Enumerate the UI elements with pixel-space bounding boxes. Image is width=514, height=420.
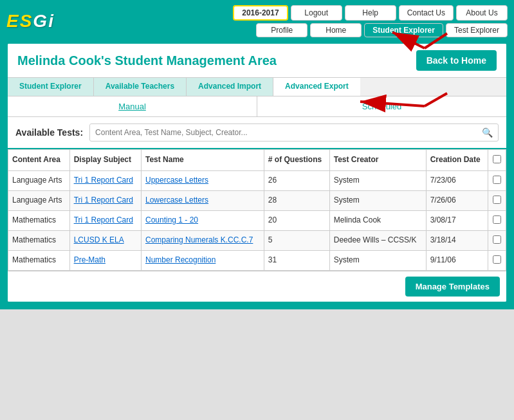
logo: ESGi xyxy=(6,11,55,32)
about-us-button[interactable]: About Us xyxy=(456,5,508,21)
tab-student-explorer[interactable]: Student Explorer xyxy=(8,78,94,96)
table-row: Language ArtsTri 1 Report CardUppercase … xyxy=(8,171,506,191)
page-title: Melinda Cook's Student Management Area xyxy=(17,53,277,68)
col-content-area: Content Area xyxy=(8,150,70,171)
cell-test-name[interactable]: Counting 1 - 20 xyxy=(141,211,264,231)
sub-tab-scheduled[interactable]: Scheduled xyxy=(257,96,506,116)
table-wrapper: Content Area Display Subject Test Name #… xyxy=(8,148,506,271)
cell-display-subject[interactable]: Pre-Math xyxy=(69,251,141,271)
cell-creation-date: 9/11/06 xyxy=(426,251,488,271)
cell-display-subject[interactable]: Tri 1 Report Card xyxy=(69,171,141,191)
cell-creation-date: 7/26/06 xyxy=(426,191,488,211)
nav-row-1: 2016-2017 Logout Help Contact Us About U… xyxy=(233,5,508,21)
cell-checkbox[interactable] xyxy=(488,251,506,271)
cell-display-subject-link[interactable]: LCUSD K ELA xyxy=(74,235,124,244)
col-num-questions: # of Questions xyxy=(264,150,329,171)
cell-checkbox[interactable] xyxy=(488,171,506,191)
cell-test-name[interactable]: Uppercase Letters xyxy=(141,171,264,191)
main-container: Melinda Cook's Student Management Area B… xyxy=(0,42,514,309)
cell-content-area: Mathematics xyxy=(8,211,70,231)
cell-display-subject[interactable]: Tri 1 Report Card xyxy=(69,191,141,211)
back-to-home-button[interactable]: Back to Home xyxy=(416,50,497,71)
cell-display-subject-link[interactable]: Pre-Math xyxy=(74,255,106,264)
cell-content-area: Language Arts xyxy=(8,191,70,211)
cell-test-name[interactable]: Comparing Numerals K.CC.C.7 xyxy=(141,231,264,251)
cell-creation-date: 7/23/06 xyxy=(426,171,488,191)
search-icon: 🔍 xyxy=(477,124,498,141)
help-button[interactable]: Help xyxy=(345,5,396,21)
page-title-area: Melinda Cook's Student Management Area B… xyxy=(8,44,506,77)
cell-test-creator: System xyxy=(329,191,426,211)
cell-checkbox[interactable] xyxy=(488,211,506,231)
table-row: Language ArtsTri 1 Report CardLowercase … xyxy=(8,191,506,211)
cell-checkbox[interactable] xyxy=(488,191,506,211)
test-explorer-button[interactable]: Test Explorer xyxy=(446,23,508,37)
table-row: MathematicsPre-MathNumber Recognition31S… xyxy=(8,251,506,271)
tabs-row: Student Explorer Available Teachers Adva… xyxy=(8,77,506,96)
cell-creation-date: 3/08/17 xyxy=(426,211,488,231)
cell-test-name-link[interactable]: Comparing Numerals K.CC.C.7 xyxy=(145,235,253,244)
content-area: Melinda Cook's Student Management Area B… xyxy=(6,42,508,303)
home-button[interactable]: Home xyxy=(310,23,362,37)
cell-checkbox[interactable] xyxy=(488,231,506,251)
nav-row-2: Profile Home Student Explorer Test Explo… xyxy=(233,23,508,37)
table-header-row: Content Area Display Subject Test Name #… xyxy=(8,150,506,171)
cell-test-creator: System xyxy=(329,171,426,191)
cell-creation-date: 3/18/14 xyxy=(426,231,488,251)
cell-test-name-link[interactable]: Uppercase Letters xyxy=(145,176,208,185)
cell-display-subject[interactable]: LCUSD K ELA xyxy=(69,231,141,251)
table-row: MathematicsLCUSD K ELAComparing Numerals… xyxy=(8,231,506,251)
cell-num-questions: 28 xyxy=(264,191,329,211)
cell-num-questions: 20 xyxy=(264,211,329,231)
logout-button[interactable]: Logout xyxy=(291,5,342,21)
col-test-creator: Test Creator xyxy=(329,150,426,171)
row-checkbox-2[interactable] xyxy=(493,215,501,224)
student-explorer-nav-button[interactable]: Student Explorer xyxy=(364,23,443,37)
cell-num-questions: 5 xyxy=(264,231,329,251)
footer-area: Manage Templates xyxy=(8,271,506,302)
tab-advanced-import[interactable]: Advanced Import xyxy=(187,78,273,96)
col-checkbox-header xyxy=(488,150,506,171)
year-button[interactable]: 2016-2017 xyxy=(233,5,288,21)
cell-display-subject-link[interactable]: Tri 1 Report Card xyxy=(74,196,133,205)
tab-available-teachers[interactable]: Available Teachers xyxy=(94,78,187,96)
row-checkbox-0[interactable] xyxy=(493,176,501,184)
tests-header: Available Tests: 🔍 xyxy=(8,117,506,148)
row-checkbox-4[interactable] xyxy=(493,255,501,264)
row-checkbox-1[interactable] xyxy=(493,196,501,204)
cell-display-subject-link[interactable]: Tri 1 Report Card xyxy=(74,215,133,224)
sub-tab-manual[interactable]: Manual xyxy=(8,96,257,116)
nav-area: 2016-2017 Logout Help Contact Us About U… xyxy=(233,5,508,37)
table-body: Language ArtsTri 1 Report CardUppercase … xyxy=(8,171,506,271)
cell-display-subject[interactable]: Tri 1 Report Card xyxy=(69,211,141,231)
cell-num-questions: 26 xyxy=(264,171,329,191)
available-tests-label: Available Tests: xyxy=(15,127,83,138)
cell-test-creator: Deedee Wills – CCSS/K xyxy=(329,231,426,251)
cell-test-creator: System xyxy=(329,251,426,271)
cell-test-name-link[interactable]: Lowercase Letters xyxy=(145,196,208,205)
sub-tabs: Manual Scheduled xyxy=(8,96,506,117)
cell-content-area: Mathematics xyxy=(8,231,70,251)
cell-num-questions: 31 xyxy=(264,251,329,271)
cell-test-name[interactable]: Number Recognition xyxy=(141,251,264,271)
search-box: 🔍 xyxy=(89,123,499,142)
manage-templates-button[interactable]: Manage Templates xyxy=(405,277,500,297)
cell-test-name-link[interactable]: Number Recognition xyxy=(145,255,216,264)
tab-advanced-export[interactable]: Advanced Export xyxy=(273,78,360,96)
contact-us-button[interactable]: Contact Us xyxy=(399,5,454,21)
row-checkbox-3[interactable] xyxy=(493,235,501,244)
cell-test-name-link[interactable]: Counting 1 - 20 xyxy=(145,215,198,224)
select-all-checkbox[interactable] xyxy=(493,155,501,163)
cell-display-subject-link[interactable]: Tri 1 Report Card xyxy=(74,176,133,185)
cell-test-name[interactable]: Lowercase Letters xyxy=(141,191,264,211)
tests-table: Content Area Display Subject Test Name #… xyxy=(8,149,506,271)
cell-test-creator: Melinda Cook xyxy=(329,211,426,231)
col-creation-date: Creation Date xyxy=(426,150,488,171)
search-input[interactable] xyxy=(90,125,477,140)
table-row: MathematicsTri 1 Report CardCounting 1 -… xyxy=(8,211,506,231)
cell-content-area: Language Arts xyxy=(8,171,70,191)
col-test-name: Test Name xyxy=(141,150,264,171)
col-display-subject: Display Subject xyxy=(69,150,141,171)
profile-button[interactable]: Profile xyxy=(256,23,307,37)
header: ESGi 2016-2017 Logout Help Contact Us Ab… xyxy=(0,0,514,42)
